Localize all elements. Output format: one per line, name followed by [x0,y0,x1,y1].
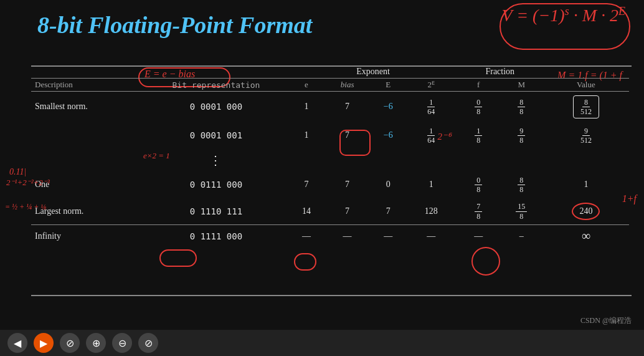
main-table: Exponent Fraction Description Bit repres… [31,65,629,247]
zoom-in-button[interactable]: ⊕ [86,333,106,353]
row-one-value: 1 [543,171,629,198]
row0-e: 1 [289,92,323,122]
row0-M-den: 8 [518,107,525,116]
row0-f: 0 8 [457,92,500,122]
dots-desc [31,149,143,171]
col-bigE-header: E [371,79,405,92]
bottom-bar: ◀ ▶ ⊘ ⊕ ⊖ ⊘ [0,330,644,356]
fraction-group-header: Fraction [457,65,543,79]
row-largest-e: 14 [289,198,323,224]
row-inf-bias: — [324,225,371,248]
row-inf-e: — [289,225,323,248]
row0-E: −6 [371,92,405,122]
row0-bias: 7 [324,92,371,122]
row1-E: −6 [371,122,405,149]
row0-value-box: 8 512 [573,95,599,118]
row-one-M-frac: 8 8 [518,176,525,195]
col-f-header: f [457,79,500,92]
row-largest-value: 240 [543,198,629,224]
row-largest-M-frac: 15 8 [516,202,527,221]
row-inf-M: – [500,225,543,248]
row-inf-value: ∞ [543,225,629,248]
row0-f-den: 8 [475,107,482,116]
sub-header-row: Description Bit representation e bias E … [31,79,629,92]
main-title: 8-bit Floating-Point Format [37,11,312,39]
row-one-bits: 0 0111 000 [143,171,290,198]
row-one-E: 0 [371,171,405,198]
row0-M-num: 8 [518,98,525,107]
row0-desc: Smallest norm. [31,92,143,122]
col-desc-header: Description [31,79,143,92]
col-bias-header: bias [324,79,371,92]
row-largest-f: 7 8 [457,198,500,224]
bottom-border [31,295,632,296]
play-button[interactable]: ▶ [34,333,54,353]
row-largest-M: 15 8 [500,198,543,224]
stop-button[interactable]: ⊘ [60,333,80,353]
row-inf-bits: 0 1111 000 [143,225,290,248]
row-largest-bits: 0 1110 111 [143,198,290,224]
group-header-row: Exponent Fraction [31,65,629,79]
table-row: Smallest norm. 0 0001 000 1 7 −6 1 64 0 … [31,92,629,122]
row0-2e-frac: 1 64 [425,98,437,117]
row0-bits: 0 0001 000 [143,92,290,122]
row1-desc [31,122,143,149]
row0-M: 8 8 [500,92,543,122]
row-one-f: 0 8 [457,171,500,198]
row1-2e: 1 64 [405,122,457,149]
row0-f-frac: 0 8 [475,98,482,117]
row1-M: 9 8 [500,122,543,149]
table-row: 0 0001 001 1 7 −6 1 64 1 8 [31,122,629,149]
row0-value: 8 512 [543,92,629,122]
table-row: One 0 0111 000 7 7 0 1 0 8 8 8 [31,171,629,198]
circle-14 [294,253,316,271]
row-largest-f-frac: 7 8 [475,202,482,221]
row1-bias: 7 [324,122,371,149]
row0-val-frac: 8 512 [579,98,594,117]
row1-bits: 0 0001 001 [143,122,290,149]
col-e-header: e [289,79,323,92]
row-one-bias: 7 [324,171,371,198]
row-inf-E: — [371,225,405,248]
col-2e-header: 2ᴱ [405,79,457,92]
row-largest-2e: 128 [405,198,457,224]
row-one-desc: One [31,171,143,198]
row1-M-frac: 9 8 [518,127,525,145]
col-bits-header: Bit representation [143,79,290,92]
table-row-dots: ⋮ [31,149,629,171]
row-largest-desc: Largest norm. [31,198,143,224]
prev-button[interactable]: ◀ [7,333,27,353]
row-one-M: 8 8 [500,171,543,198]
circle-1110 [159,249,197,267]
zoom-out-button[interactable]: ⊖ [112,333,132,353]
row1-2e-frac: 1 64 [425,127,437,145]
row1-value: 9 512 [543,122,629,149]
dots-bits: ⋮ [143,149,290,171]
table-area: Exponent Fraction Description Bit repres… [31,65,632,247]
row-largest-E: 7 [371,198,405,224]
row0-f-num: 0 [475,98,482,107]
settings-button[interactable]: ⊘ [138,333,158,353]
circle-15-8 [471,247,500,276]
row-inf-desc: Infinity [31,225,143,248]
row0-2e: 1 64 [405,92,457,122]
row0-2e-den: 64 [425,107,437,116]
row1-val-frac: 9 512 [579,127,594,145]
col-M-header: M [500,79,543,92]
row0-2e-num: 1 [427,98,435,107]
table-row-infinity: Infinity 0 1111 000 — — — — — – ∞ [31,225,629,248]
exponent-group-header: Exponent [289,65,457,79]
slide: 8-bit Floating-Point Format V = (−1)s · … [0,0,644,356]
title-area: 8-bit Floating-Point Format [37,11,607,39]
row-one-2e: 1 [405,171,457,198]
row1-f: 1 8 [457,122,500,149]
watermark: CSDN @编程浩 [580,315,632,326]
table-row: Largest norm. 0 1110 111 14 7 7 128 7 8 … [31,198,629,224]
row-largest-bias: 7 [324,198,371,224]
row-inf-f: — [457,225,500,248]
row0-M-frac: 8 8 [518,98,525,117]
row-one-e: 7 [289,171,323,198]
row1-e: 1 [289,122,323,149]
col-value-header: Value [543,79,629,92]
left-annotation-1: 0.11| [9,167,26,177]
